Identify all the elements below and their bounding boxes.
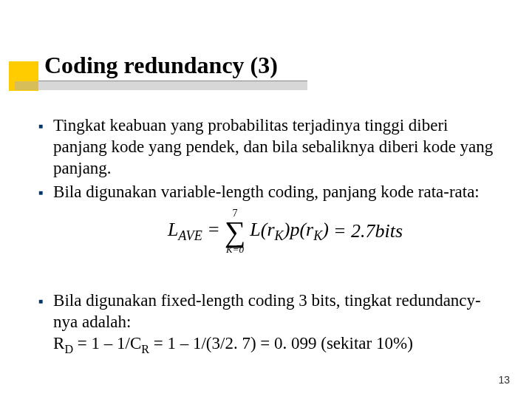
- formula-lhs-sub: AVE: [178, 228, 202, 243]
- formula-term2-close: ): [322, 219, 329, 240]
- bullet-text: Bila digunakan variable-length coding, p…: [53, 182, 502, 203]
- bullet-item: ■ Tingkat keabuan yang probabilitas terj…: [38, 115, 502, 179]
- formula-term1-sub: K: [275, 228, 284, 243]
- bullet-marker-icon: ■: [38, 188, 43, 198]
- title-row: Coding redundancy (3): [15, 52, 307, 81]
- redundancy-sub-d: D: [64, 342, 73, 355]
- formula-average-length: LAVE = 7 ∑ K=0 L(rK)p(rK) = 2.7bits: [68, 209, 502, 253]
- slide: Coding redundancy (3) ■ Tingkat keabuan …: [0, 0, 532, 399]
- formula-term2-sub: K: [313, 228, 322, 243]
- bullet-text: Bila digunakan fixed-length coding 3 bit…: [53, 290, 502, 356]
- bullet-item: ■ Bila digunakan variable-length coding,…: [38, 182, 502, 203]
- redundancy-tail: = 1 – 1/(3/2. 7) = 0. 099 (sekitar 10%): [149, 334, 413, 352]
- sigma-bot: K=0: [226, 245, 244, 254]
- slide-title: Coding redundancy (3): [44, 52, 278, 81]
- page-number: 13: [498, 374, 510, 386]
- redundancy-mid: = 1 – 1/C: [73, 334, 141, 352]
- slide-content: ■ Tingkat keabuan yang probabilitas terj…: [22, 115, 510, 356]
- bullet-marker-icon: ■: [38, 122, 43, 132]
- bullet-item: ■ Bila digunakan fixed-length coding 3 b…: [38, 290, 502, 356]
- formula-term2: p(r: [290, 219, 313, 240]
- formula-term1: L(r: [250, 219, 274, 240]
- formula-lhs: L: [168, 219, 178, 240]
- sigma-icon: 7 ∑ K=0: [225, 209, 246, 253]
- bullet-text: Tingkat keabuan yang probabilitas terjad…: [53, 115, 502, 179]
- formula-rhs: = 2.7bits: [333, 220, 403, 242]
- redundancy-line: R: [53, 334, 64, 352]
- redundancy-sub-r: R: [141, 342, 149, 355]
- bullet-marker-icon: ■: [38, 297, 43, 307]
- bullet-text-line: Bila digunakan fixed-length coding 3 bit…: [53, 291, 481, 331]
- title-shadow: [15, 81, 307, 90]
